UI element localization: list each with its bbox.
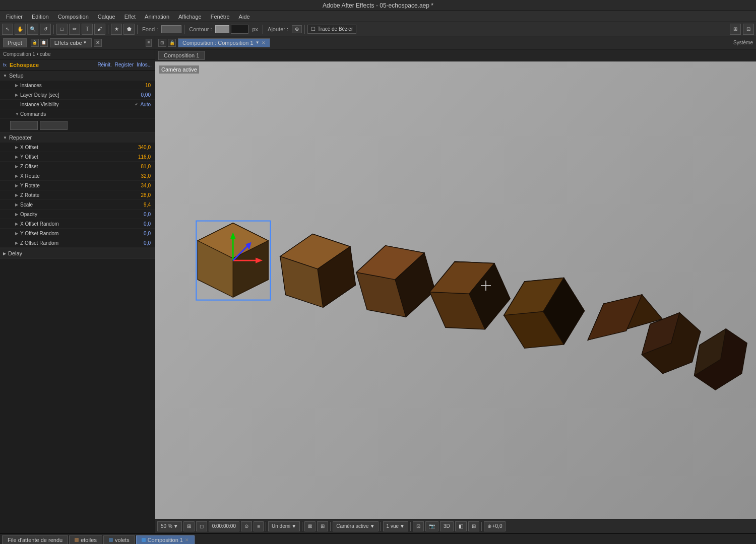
- tab-etoiles[interactable]: etoiles: [69, 535, 102, 545]
- panel-icon1[interactable]: 🔒: [31, 39, 39, 47]
- y-offset-rand-value[interactable]: 0,0: [144, 231, 151, 236]
- comp1-tab[interactable]: Composition : Composition 1 ▼ ✕: [178, 38, 270, 47]
- setup-header[interactable]: ▼ Setup: [0, 71, 155, 81]
- x-offset-rand-expand[interactable]: ▶: [15, 222, 20, 226]
- 3d-btn[interactable]: 3D: [440, 521, 454, 531]
- y-offset-rand-expand[interactable]: ▶: [15, 231, 20, 236]
- zoom-dropdown[interactable]: 50 % ▼: [157, 521, 182, 531]
- tool-rotate[interactable]: ↺: [40, 24, 51, 35]
- y-rotate-expand[interactable]: ▶: [15, 183, 20, 188]
- comp-tab-close[interactable]: ✕: [262, 40, 266, 45]
- tab-render-queue[interactable]: File d'attente de rendu: [2, 535, 68, 545]
- ajouter-icon[interactable]: ⊕: [292, 25, 302, 33]
- time-btn[interactable]: 0:00:00:00: [209, 521, 239, 531]
- viewer-icon2[interactable]: 🔒: [168, 39, 176, 47]
- menu-calque[interactable]: Calque: [94, 13, 119, 21]
- tool-brush[interactable]: 🖌: [94, 24, 105, 35]
- tab-comp1[interactable]: Composition 1 ✕: [136, 535, 195, 545]
- contour-size[interactable]: [231, 25, 248, 34]
- menu-edition[interactable]: Edition: [28, 13, 53, 21]
- z-offset-rand-value[interactable]: 0,0: [144, 240, 151, 246]
- viewer-icon1[interactable]: ⊞: [158, 39, 166, 47]
- reinit-btn[interactable]: Réinit.: [97, 62, 111, 67]
- trace-bezier-checkbox[interactable]: ☐ Tracé de Bézier: [307, 25, 356, 34]
- panel-menu[interactable]: ≡: [146, 39, 152, 47]
- y-offset-row: ▶ Y Offset 116,0: [0, 152, 155, 162]
- z-offset-rand-expand[interactable]: ▶: [15, 241, 20, 245]
- view-dropdown[interactable]: 1 vue ▼: [383, 521, 408, 531]
- x-rotate-value[interactable]: 32,0: [141, 173, 151, 179]
- menu-fichier[interactable]: Fichier: [2, 13, 27, 21]
- opacity-value[interactable]: 0,0: [144, 212, 151, 217]
- snapshot-btn[interactable]: 📷: [425, 521, 438, 531]
- register-btn[interactable]: Register: [115, 62, 134, 67]
- fond-color[interactable]: [161, 25, 181, 33]
- tab-comp1-close[interactable]: ✕: [185, 537, 189, 542]
- x-rotate-expand[interactable]: ▶: [15, 174, 20, 178]
- menu-animation[interactable]: Animation: [141, 13, 173, 21]
- layer-delay-expand[interactable]: ▶: [15, 93, 20, 97]
- scale-value[interactable]: 9,4: [144, 202, 151, 208]
- render-queue-btn[interactable]: ⊡: [413, 521, 424, 531]
- offset-btn[interactable]: ⊕ +0,0: [484, 521, 506, 531]
- transparency-btn[interactable]: ◧: [455, 521, 467, 531]
- layer-delay-value[interactable]: 0,00: [141, 92, 151, 98]
- menu-effet[interactable]: Effet: [120, 13, 140, 21]
- opacity-expand[interactable]: ▶: [15, 212, 20, 217]
- tool-monitor[interactable]: ⊞: [730, 24, 741, 35]
- instances-value[interactable]: 10: [145, 83, 151, 88]
- project-tab[interactable]: Projet: [3, 38, 27, 47]
- x-offset-row: ▶ X Offset 340,0: [0, 143, 155, 152]
- tool-puppet[interactable]: ★: [111, 24, 122, 35]
- cmd-btn1[interactable]: [10, 121, 38, 130]
- tool-hand[interactable]: ✋: [15, 24, 26, 35]
- mask-btn[interactable]: ◻: [196, 521, 207, 531]
- y-offset-expand[interactable]: ▶: [15, 155, 20, 159]
- panel-close[interactable]: ✕: [94, 39, 102, 47]
- cmd-btn2[interactable]: [40, 121, 68, 130]
- menu-aide[interactable]: Aide: [235, 13, 254, 21]
- x-offset-value[interactable]: 340,0: [138, 145, 151, 150]
- scale-label: Scale: [20, 202, 144, 208]
- flow-btn[interactable]: ⊞: [468, 521, 479, 531]
- tool-shape[interactable]: ⬟: [123, 24, 135, 35]
- grid2-btn[interactable]: ⊞: [317, 521, 328, 531]
- infos-btn[interactable]: Infos...: [137, 62, 152, 67]
- render-btn[interactable]: ⊙: [241, 521, 252, 531]
- z-offset-value[interactable]: 81,0: [141, 164, 151, 169]
- commands-expand[interactable]: ▼: [15, 112, 20, 116]
- tool-rect[interactable]: □: [56, 24, 68, 35]
- menu-affichage[interactable]: Affichage: [174, 13, 206, 21]
- effets-cube-dropdown[interactable]: Effets cube ▼: [50, 38, 92, 47]
- z-offset-expand[interactable]: ▶: [15, 164, 20, 169]
- tab-volets[interactable]: volets: [103, 535, 135, 545]
- y-offset-value[interactable]: 116,0: [138, 154, 151, 160]
- quality-dropdown[interactable]: Un demi ▼: [268, 521, 300, 531]
- commands-row-header: ▼ Commands: [0, 109, 155, 119]
- res-btn[interactable]: ⊠: [304, 521, 316, 531]
- grid-btn[interactable]: ⊞: [183, 521, 195, 531]
- z-rotate-value[interactable]: 28,0: [141, 192, 151, 198]
- tool-settings[interactable]: ⊡: [743, 24, 754, 35]
- menu-composition[interactable]: Composition: [54, 13, 93, 21]
- tool-select[interactable]: ↖: [2, 24, 13, 35]
- x-offset-rand-value[interactable]: 0,0: [144, 221, 151, 227]
- delay-header[interactable]: ▶ Delay: [0, 248, 155, 258]
- menu-fenetre[interactable]: Fenêtre: [207, 13, 234, 21]
- tool-text[interactable]: T: [82, 24, 93, 35]
- contour-color[interactable]: [215, 25, 229, 33]
- instance-vis-value[interactable]: Auto: [140, 102, 151, 107]
- instances-expand[interactable]: ▶: [15, 83, 20, 88]
- tool-pen[interactable]: ✏: [69, 24, 80, 35]
- repeater-header[interactable]: ▼ Repeater: [0, 132, 155, 143]
- comp1-subtab[interactable]: Composition 1: [158, 51, 205, 60]
- camera-dropdown[interactable]: Caméra active ▼: [333, 521, 378, 531]
- y-rotate-value[interactable]: 34,0: [141, 183, 151, 188]
- scale-expand[interactable]: ▶: [15, 202, 20, 207]
- panel-icon2[interactable]: 📋: [40, 39, 48, 47]
- color-btn[interactable]: ■: [254, 521, 264, 531]
- z-rotate-expand[interactable]: ▶: [15, 193, 20, 197]
- viewer-content[interactable]: Caméra active: [155, 61, 756, 519]
- x-offset-expand[interactable]: ▶: [15, 145, 20, 150]
- tool-zoom[interactable]: 🔍: [27, 24, 38, 35]
